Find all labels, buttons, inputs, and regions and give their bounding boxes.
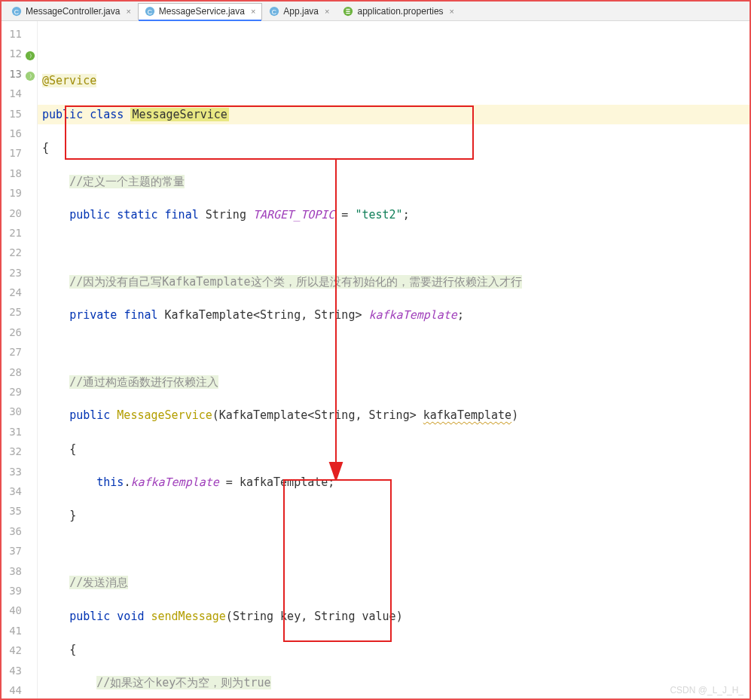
code-line — [38, 339, 749, 359]
code-line: //通过构造函数进行依赖注入 — [38, 372, 749, 392]
tab-app-properties[interactable]: application.properties × — [336, 2, 461, 20]
tab-label: MessageService.java — [159, 6, 245, 17]
svg-point-17 — [26, 72, 35, 81]
code-line: public void sendMessage(String key, Stri… — [38, 607, 749, 626]
close-icon[interactable]: × — [251, 7, 255, 16]
code-line: //定义一个主题的常量 — [38, 172, 749, 191]
tab-label: application.properties — [357, 6, 443, 17]
svg-text:C: C — [148, 8, 152, 16]
line-gutter: 11 12 13 14 15 16 17 18 19 20 21 22 23 2… — [2, 21, 38, 698]
close-icon[interactable]: × — [325, 7, 329, 16]
code-line: { — [38, 640, 749, 659]
properties-file-icon — [343, 6, 353, 17]
code-line: //如果这个key不为空，则为true — [38, 673, 749, 692]
tab-label: MessageController.java — [26, 6, 120, 17]
svg-text:C: C — [14, 8, 19, 16]
tab-bar: C MessageController.java × C MessageServ… — [2, 2, 749, 21]
code-line: this.kafkaTemplate = kafkaTemplate; — [38, 472, 749, 492]
code-line: private final KafkaTemplate<String, Stri… — [38, 305, 749, 325]
code-line: @Service — [38, 71, 749, 90]
close-icon[interactable]: × — [450, 7, 454, 16]
java-class-icon: C — [145, 6, 155, 17]
code-line — [38, 540, 749, 559]
code-line — [38, 238, 749, 258]
spring-bean-icon[interactable] — [25, 47, 35, 58]
spring-bean-icon[interactable] — [25, 68, 35, 78]
code-editor[interactable]: 11 12 13 14 15 16 17 18 19 20 21 22 23 2… — [2, 21, 749, 698]
watermark: CSDN @_L_J_H_ — [670, 685, 743, 695]
tab-app[interactable]: C App.java × — [262, 2, 336, 20]
tab-message-controller[interactable]: C MessageController.java × — [5, 2, 138, 20]
code-area[interactable]: @Service public class MessageService { /… — [38, 21, 749, 698]
code-line: { — [38, 439, 749, 459]
editor-pane: C MessageController.java × C MessageServ… — [0, 0, 751, 700]
java-class-icon: C — [11, 6, 22, 17]
code-line: public static final String TARGET_TOPIC … — [38, 205, 749, 225]
tab-message-service[interactable]: C MessageService.java × — [138, 3, 263, 21]
code-line — [38, 38, 749, 57]
code-line: public MessageService(KafkaTemplate<Stri… — [38, 405, 749, 425]
code-line: //发送消息 — [38, 573, 749, 592]
java-class-icon: C — [269, 6, 279, 17]
svg-text:C: C — [272, 8, 276, 16]
code-line: public class MessageService — [38, 105, 749, 124]
svg-point-16 — [26, 51, 35, 60]
code-line: } — [38, 506, 749, 525]
tab-label: App.java — [283, 6, 319, 17]
code-line: //因为没有自己写KafkaTemplate这个类，所以是没有初始化的，需要进行… — [38, 272, 749, 292]
close-icon[interactable]: × — [126, 7, 130, 16]
code-line: { — [38, 138, 749, 157]
